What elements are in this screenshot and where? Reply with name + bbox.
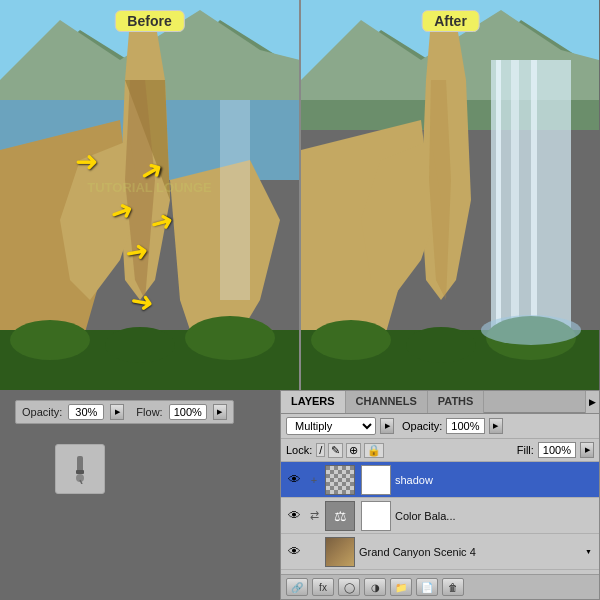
bottom-section: Opacity: 30% ▶ Flow: 100% ▶ LAYERS CHANN… — [0, 390, 600, 600]
fill-arrow[interactable]: ▶ — [580, 442, 594, 458]
scroll-bar-grandcanyon: ▼ — [585, 548, 595, 555]
layer-name-shadow: shadow — [395, 474, 581, 486]
brush-tool-icon[interactable] — [55, 444, 105, 494]
svg-rect-31 — [77, 456, 83, 472]
blend-arrow[interactable]: ▶ — [380, 418, 394, 434]
lock-position-icon[interactable]: ⊕ — [346, 443, 361, 458]
before-image — [0, 0, 299, 390]
visibility-colorbal[interactable]: 👁 — [285, 507, 303, 525]
colorbal-icon: ⚖ — [334, 508, 347, 524]
svg-rect-14 — [220, 100, 250, 300]
delete-layer-btn[interactable]: 🗑 — [442, 578, 464, 596]
lock-all-icon[interactable]: 🔒 — [364, 443, 384, 458]
after-image — [301, 0, 599, 390]
visibility-shadow[interactable]: 👁 — [285, 471, 303, 489]
chain-colorbal: ⇄ — [307, 509, 321, 523]
layer-row-shadow[interactable]: 👁 + shadow — [281, 462, 599, 498]
tab-spacer — [484, 391, 585, 413]
svg-point-12 — [105, 327, 175, 363]
tab-channels[interactable]: CHANNELS — [346, 391, 428, 413]
layer-name-colorbal: Color Bala... — [395, 510, 595, 522]
chain-shadow: + — [307, 473, 321, 487]
tab-layers[interactable]: LAYERS — [281, 391, 346, 413]
opacity-arrow-panel[interactable]: ▶ — [489, 418, 503, 434]
opacity-label: Opacity: — [22, 406, 62, 418]
flow-arrow[interactable]: ▶ — [213, 404, 227, 420]
link-layers-btn[interactable]: 🔗 — [286, 578, 308, 596]
before-label: Before — [114, 10, 184, 32]
eye-icon-grandcanyon: 👁 — [288, 544, 301, 559]
opacity-arrow[interactable]: ▶ — [110, 404, 124, 420]
opacity-value[interactable]: 30% — [68, 404, 104, 420]
lock-paint-icon[interactable]: ✎ — [328, 443, 343, 458]
thumb-shadow — [325, 465, 355, 495]
tool-options: Opacity: 30% ▶ Flow: 100% ▶ — [0, 390, 280, 600]
brush-svg — [65, 454, 95, 484]
svg-point-27 — [311, 320, 391, 360]
layers-panel: LAYERS CHANNELS PATHS ▶ Multiply Normal … — [280, 390, 600, 600]
layer-name-grandcanyon: Grand Canyon Scenic 4 — [359, 546, 581, 558]
svg-rect-19 — [496, 60, 501, 340]
thumb-colorbal: ⚖ — [325, 501, 355, 531]
opacity-value-panel[interactable]: 100% — [446, 418, 484, 434]
before-panel: Before ➜ — [0, 0, 299, 390]
blend-mode-row: Multiply Normal Screen Overlay ▶ Opacity… — [281, 414, 599, 439]
eye-icon-colorbal: 👁 — [288, 508, 301, 523]
mask-btn[interactable]: ◯ — [338, 578, 360, 596]
layer-row-colorbal[interactable]: 👁 ⇄ ⚖ Color Bala... — [281, 498, 599, 534]
flow-value[interactable]: 100% — [169, 404, 207, 420]
thumb-colorbal-mask — [361, 501, 391, 531]
fill-label: Fill: — [517, 444, 534, 456]
panel-bottom-bar: 🔗 fx ◯ ◑ 📁 📄 🗑 — [281, 574, 599, 599]
fx-btn[interactable]: fx — [312, 578, 334, 596]
flow-label: Flow: — [136, 406, 162, 418]
layer-row-grandcanyon[interactable]: 👁 Grand Canyon Scenic 4 ▼ — [281, 534, 599, 570]
svg-point-11 — [10, 320, 90, 360]
tab-paths[interactable]: PATHS — [428, 391, 485, 413]
fill-value[interactable]: 100% — [538, 442, 576, 458]
thumb-grandcanyon — [325, 537, 355, 567]
svg-rect-32 — [76, 470, 84, 474]
opacity-label-panel: Opacity: — [402, 420, 442, 432]
images-section: Before ➜ — [0, 0, 600, 390]
panel-tabs: LAYERS CHANNELS PATHS ▶ — [281, 391, 599, 414]
scroll-down-arrow[interactable]: ▼ — [585, 548, 595, 555]
after-panel: After — [301, 0, 600, 390]
svg-point-13 — [185, 316, 275, 360]
new-layer-btn[interactable]: 📄 — [416, 578, 438, 596]
thumb-shadow-mask — [361, 465, 391, 495]
group-btn[interactable]: 📁 — [390, 578, 412, 596]
svg-point-28 — [406, 327, 476, 363]
panel-menu-btn[interactable]: ▶ — [585, 391, 599, 413]
lock-transparent-icon[interactable]: / — [316, 443, 325, 457]
adjustment-btn[interactable]: ◑ — [364, 578, 386, 596]
lock-label: Lock: — [286, 444, 312, 456]
opacity-flow-bar: Opacity: 30% ▶ Flow: 100% ▶ — [15, 400, 234, 424]
chain-grandcanyon — [307, 545, 321, 559]
arrow-1: ➜ — [75, 145, 98, 178]
lock-row: Lock: / ✎ ⊕ 🔒 Fill: 100% ▶ — [281, 439, 599, 462]
svg-rect-20 — [511, 60, 519, 340]
svg-point-30 — [481, 315, 581, 345]
blend-mode-select[interactable]: Multiply Normal Screen Overlay — [286, 417, 376, 435]
eye-icon-shadow: 👁 — [288, 472, 301, 487]
visibility-grandcanyon[interactable]: 👁 — [285, 543, 303, 561]
lock-icons: / ✎ ⊕ 🔒 — [316, 443, 384, 458]
after-label: After — [421, 10, 480, 32]
svg-rect-21 — [531, 60, 537, 340]
